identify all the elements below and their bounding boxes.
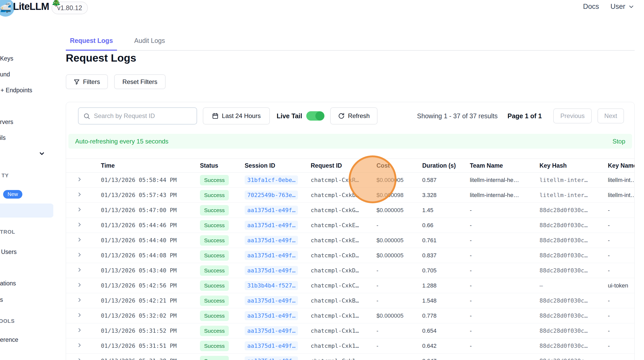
search-icon (83, 113, 90, 120)
live-tail-toggle[interactable] (306, 111, 324, 121)
sidebar-item-s[interactable]: s (0, 296, 3, 303)
sidebar-item-und[interactable]: und (0, 71, 10, 78)
docs-link[interactable]: Docs (583, 3, 599, 11)
next-page-button[interactable]: Next (597, 108, 624, 123)
cell-time: 01/13/2026 05:31:51 PM (101, 343, 200, 349)
table-row: 01/13/2026 05:57:43 PM Success 7022549b-… (66, 188, 634, 203)
train-emoji-icon: 🚅 (0, 2, 11, 13)
cell-duration: 3.328 (422, 192, 470, 199)
column-header-key-name: Key Name (608, 162, 634, 169)
expand-row-button[interactable] (76, 297, 83, 303)
status-badge: Success (200, 250, 229, 261)
session-id-link[interactable]: aa1375d1-e49f… (245, 311, 298, 320)
top-nav: Docs User (583, 3, 635, 11)
auto-refresh-message: Auto-refreshing every 15 seconds (75, 138, 168, 145)
cell-cost: - (376, 222, 422, 229)
expand-row-button[interactable] (76, 191, 83, 198)
sidebar-item-endpoints[interactable]: + Endpoints (1, 87, 32, 94)
previous-label: Previous (560, 112, 584, 120)
user-menu[interactable]: User (610, 3, 635, 11)
reset-filters-button[interactable]: Reset Filters (114, 74, 166, 89)
cell-cost: $0.000005 (376, 237, 422, 244)
session-id-link[interactable]: 31bfa1cf-0ebe… (245, 175, 298, 185)
cell-time: 01/13/2026 05:31:52 PM (101, 328, 200, 334)
expand-row-button[interactable] (76, 267, 83, 273)
cell-cost: - (376, 297, 422, 304)
filter-actions: Filters Reset Filters (66, 74, 166, 89)
cell-request-id: chatcmpl-CxkR… (311, 177, 376, 183)
request-logs-card: Last 24 Hours Live Tail Refresh Showing … (66, 102, 635, 360)
sidebar-item-keys[interactable]: Keys (0, 55, 13, 62)
session-id-link[interactable]: 7022549b-763e… (245, 191, 298, 200)
sidebar-item-erence[interactable]: erence (0, 336, 18, 343)
cell-key-hash: 88dc28d0f030c… (539, 297, 608, 304)
session-id-link[interactable]: aa1375d1-e49f… (245, 236, 298, 245)
expand-row-button[interactable] (76, 237, 83, 243)
cell-duration: 0.642 (422, 343, 470, 349)
sidebar-item-rvers[interactable]: rvers (0, 119, 13, 126)
cell-request-id: chatcmpl-Cxk1… (311, 312, 376, 319)
expand-row-button[interactable] (76, 342, 83, 348)
session-id-link[interactable]: aa1375d1-e49f… (245, 251, 298, 260)
expand-row-button[interactable] (76, 312, 83, 318)
stop-auto-refresh-link[interactable]: Stop (613, 138, 625, 145)
session-id-link[interactable]: aa1375d1-e49f… (245, 341, 298, 350)
time-range-label: Last 24 Hours (222, 112, 261, 120)
sidebar-expand-chevron-icon[interactable] (38, 150, 45, 157)
expand-row-button[interactable] (76, 327, 83, 333)
expand-row-button[interactable] (76, 176, 83, 182)
status-badge: Success (200, 205, 229, 215)
tab-audit-logs[interactable]: Audit Logs (130, 33, 169, 50)
cell-cost: - (376, 267, 422, 274)
filters-button[interactable]: Filters (66, 74, 108, 89)
session-id-link[interactable]: aa1375d1-e49f… (245, 326, 298, 335)
cell-key-hash: 88dc28d0f030c… (539, 328, 608, 334)
session-id-link[interactable]: aa1375d1-e49f… (245, 206, 298, 215)
session-id-link[interactable]: aa1375d1-e49f… (245, 221, 298, 230)
expand-row-button[interactable] (76, 357, 83, 360)
tab-request-logs[interactable]: Request Logs (66, 33, 117, 51)
cell-cost: - (376, 328, 422, 334)
cell-team-name: - (470, 267, 539, 274)
expand-row-button[interactable] (76, 221, 83, 228)
litellm-logo: 🚅 (0, 0, 15, 17)
sidebar-item-ations[interactable]: ations (0, 280, 16, 287)
previous-page-button[interactable]: Previous (553, 108, 592, 123)
expand-row-button[interactable] (76, 252, 83, 258)
refresh-button[interactable]: Refresh (330, 107, 378, 125)
session-id-link[interactable]: aa1375d1-e49f… (245, 266, 298, 275)
session-id-link[interactable]: aa1375d1-e49f… (245, 296, 298, 305)
refresh-icon (338, 113, 345, 119)
top-bar: 🚅 LiteLLM 🎄 v1.80.12 Docs User (0, 0, 644, 15)
sidebar-item-active-logs[interactable] (0, 204, 53, 218)
cell-key-name: - (608, 252, 634, 259)
table-row: 01/13/2026 05:44:40 PM Success aa1375d1-… (66, 233, 634, 248)
table-row: 01/13/2026 05:31:52 PM Success aa1375d1-… (66, 323, 634, 338)
cell-key-name: - (608, 328, 634, 334)
expand-row-button[interactable] (76, 282, 83, 288)
sidebar-item-ils[interactable]: ils (0, 134, 6, 141)
column-header-time: Time (101, 162, 200, 169)
page-title: Request Logs (66, 52, 136, 64)
results-summary: Showing 1 - 37 of 37 results (417, 112, 498, 120)
funnel-icon (74, 79, 80, 85)
cell-duration: 1.288 (422, 282, 470, 289)
cell-key-hash: 88dc28d0f030c… (539, 252, 608, 259)
sidebar-new-badge[interactable]: New (3, 190, 22, 199)
chevron-down-icon (628, 3, 635, 10)
sidebar-item-users[interactable]: Users (1, 248, 17, 256)
expand-row-button[interactable] (76, 206, 83, 213)
cell-request-id: chatcmpl-Cxkb… (311, 192, 376, 198)
sidebar-section-trol: TROL (0, 229, 15, 235)
time-range-button[interactable]: Last 24 Hours (203, 107, 270, 125)
cell-cost: - (376, 343, 422, 349)
column-header-status: Status (200, 162, 245, 169)
filters-button-label: Filters (83, 78, 100, 86)
session-id-link[interactable]: 31b3b4b4-f527… (245, 281, 298, 290)
cell-time: 01/13/2026 05:32:02 PM (101, 312, 200, 319)
cell-request-id: chatcmpl-CxkD… (311, 267, 376, 274)
cell-duration: 0.778 (422, 312, 470, 319)
search-input[interactable] (94, 112, 187, 120)
session-id-link[interactable]: aa1375d1-e49f… (245, 356, 298, 360)
cell-team-name: litellm-internal-he… (470, 177, 539, 184)
